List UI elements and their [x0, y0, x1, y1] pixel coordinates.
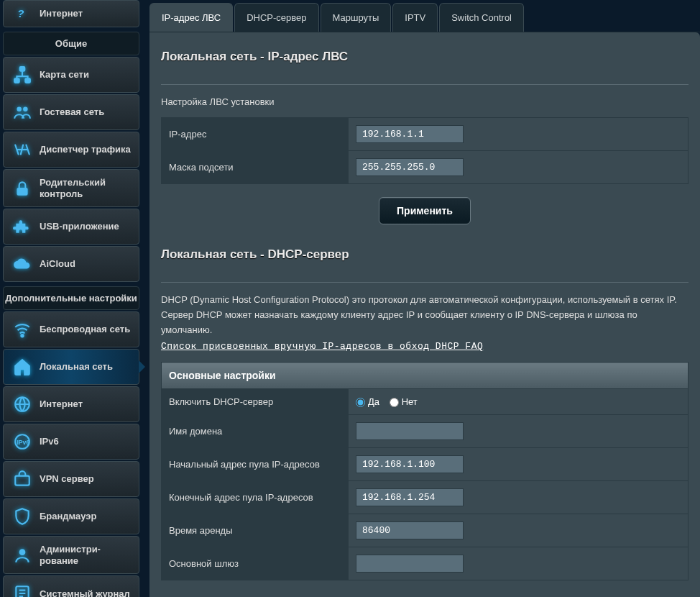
domain-name-input[interactable] [356, 422, 464, 440]
row-label: Включить DHCP-сервер [162, 389, 349, 415]
sidebar-item-label: AiCloud [40, 258, 132, 270]
sidebar-item-lan[interactable]: Локальная сеть [3, 349, 139, 385]
main-content: IP-адрес ЛВС DHCP-сервер Маршруты IPTV S… [142, 0, 700, 597]
row-label: Основной шлюз [162, 547, 349, 580]
lock-icon [12, 178, 32, 199]
sidebar-item-label: Беспроводная сеть [40, 324, 132, 335]
admin-icon [12, 545, 32, 565]
cloud-icon [12, 254, 32, 274]
lease-time-input[interactable] [356, 521, 464, 539]
sidebar-item-internet-top[interactable]: ? Интернет [3, 0, 139, 27]
vpn-icon [12, 469, 32, 489]
svg-point-12 [19, 549, 26, 555]
divider [161, 84, 689, 85]
svg-rect-6 [17, 188, 27, 196]
sidebar-item-label: VPN сервер [40, 473, 132, 485]
svg-rect-11 [15, 476, 29, 486]
sidebar-item-label: Карта сети [40, 69, 132, 81]
radio-no[interactable] [390, 398, 399, 407]
svg-point-7 [21, 334, 23, 337]
pool-start-input[interactable] [356, 455, 464, 473]
sidebar-item-wan[interactable]: Интернет [3, 386, 139, 422]
row-label: Время аренды [162, 514, 349, 547]
sidebar-item-parental-control[interactable]: Родительский контроль [3, 169, 139, 207]
tab-routes[interactable]: Маршруты [321, 3, 392, 32]
subnet-mask-input[interactable] [356, 158, 464, 176]
tab-lan-ip[interactable]: IP-адрес ЛВС [149, 3, 233, 32]
svg-rect-13 [16, 587, 28, 597]
tab-dhcp[interactable]: DHCP-сервер [234, 3, 318, 32]
sidebar-item-label: Интернет [40, 398, 132, 410]
svg-point-4 [17, 106, 22, 111]
svg-rect-1 [20, 67, 25, 70]
tab-switch-control[interactable]: Switch Control [439, 3, 524, 32]
sidebar-item-administration[interactable]: Администри-рование [3, 536, 139, 574]
apply-button[interactable]: Применить [379, 197, 471, 224]
panel: Локальная сеть - IP-адрес ЛВС Настройка … [149, 32, 700, 597]
sidebar: ? Интернет Общие Карта сети Гостевая сет… [0, 0, 142, 597]
svg-text:IPv6: IPv6 [17, 439, 29, 447]
row-label: Маска подсети [162, 151, 349, 184]
svg-rect-2 [14, 78, 19, 82]
puzzle-icon [12, 217, 32, 237]
svg-point-5 [23, 106, 28, 111]
row-label: Начальный адрес пула IP-адресов [162, 448, 349, 481]
form-table-lan-ip: IP-адрес Маска подсети [161, 117, 689, 184]
sidebar-item-wireless[interactable]: Беспроводная сеть [3, 311, 139, 347]
dhcp-description: DHCP (Dynamic Host Configuration Protoco… [161, 293, 689, 337]
home-icon [12, 357, 32, 377]
divider [161, 282, 689, 283]
table-header: Основные настройки [162, 363, 689, 389]
radio-yes[interactable] [356, 398, 365, 407]
sidebar-item-label: Интернет [40, 8, 130, 19]
sidebar-item-label: Администри-рование [40, 544, 132, 566]
traffic-icon [12, 140, 32, 160]
tab-iptv[interactable]: IPTV [392, 3, 438, 32]
sidebar-item-usb-app[interactable]: USB-приложение [3, 209, 139, 245]
sidebar-item-ipv6[interactable]: IPv6 IPv6 [3, 424, 139, 460]
section-subtitle: Настройка ЛВС установки [161, 95, 689, 117]
row-label: Конечный адрес пула IP-адресов [162, 481, 349, 514]
svg-text:?: ? [17, 7, 24, 19]
ip-address-input[interactable] [356, 125, 464, 143]
svg-rect-3 [25, 78, 30, 82]
sidebar-item-firewall[interactable]: Брандмауэр [3, 498, 139, 534]
sidebar-item-vpn[interactable]: VPN сервер [3, 461, 139, 497]
sidebar-item-label: Локальная сеть [40, 361, 132, 373]
tabs: IP-адрес ЛВС DHCP-сервер Маршруты IPTV S… [149, 3, 700, 32]
sidebar-item-aicloud[interactable]: AiCloud [3, 246, 139, 282]
section-title-lan-ip: Локальная сеть - IP-адрес ЛВС [161, 44, 689, 74]
radio-yes-label[interactable]: Да [356, 396, 379, 407]
gateway-input[interactable] [356, 555, 464, 573]
network-map-icon [12, 65, 32, 85]
sidebar-item-guest-network[interactable]: Гостевая сеть [3, 94, 139, 130]
wifi-icon [12, 319, 32, 339]
sidebar-header-general: Общие [3, 32, 139, 55]
sidebar-item-label: Гостевая сеть [40, 106, 132, 118]
question-icon: ? [12, 4, 32, 24]
users-icon [12, 102, 32, 122]
sidebar-header-advanced: Дополнительные настройки [3, 286, 139, 310]
sidebar-item-label: Диспетчер трафика [40, 144, 132, 155]
row-label: Имя домена [162, 415, 349, 448]
shield-icon [12, 506, 32, 527]
ipv6-icon: IPv6 [12, 432, 32, 452]
sidebar-item-network-map[interactable]: Карта сети [3, 57, 139, 93]
sidebar-item-label: Родительский контроль [40, 177, 132, 199]
faq-link[interactable]: Список присвоенных вручную IP-адресов в … [161, 341, 483, 352]
sidebar-item-label: Брандмауэр [40, 511, 132, 522]
form-table-dhcp: Основные настройки Включить DHCP-сервер … [161, 362, 689, 580]
sidebar-item-system-log[interactable]: Системный журнал [3, 575, 139, 597]
radio-no-label[interactable]: Нет [390, 396, 418, 407]
globe-icon [12, 394, 32, 414]
sidebar-item-traffic-manager[interactable]: Диспетчер трафика [3, 132, 139, 168]
sidebar-item-label: IPv6 [40, 436, 132, 447]
pool-end-input[interactable] [356, 488, 464, 506]
section-title-dhcp: Локальная сеть - DHCP-сервер [161, 242, 689, 272]
sidebar-item-label: USB-приложение [40, 221, 132, 232]
sidebar-item-label: Системный журнал [40, 588, 132, 597]
log-icon [12, 583, 32, 597]
row-label: IP-адрес [162, 118, 349, 151]
